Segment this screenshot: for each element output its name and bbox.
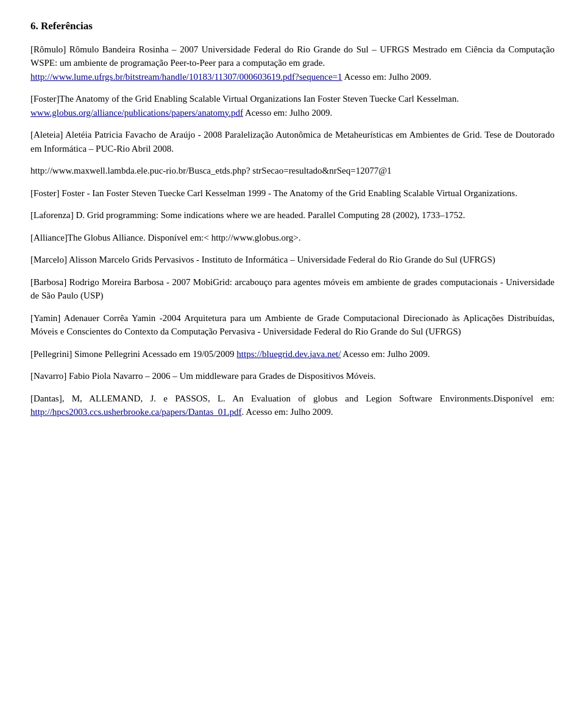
ref-pellegrini-link[interactable]: https://bluegrid.dev.java.net/ [236,349,341,359]
ref-marcelo-text: [Marcelo] Alisson Marcelo Grids Pervasiv… [30,255,495,264]
ref-alliance: [Alliance]The Globus Alliance. Disponíve… [30,231,555,245]
ref-pellegrini-before: [Pellegrini] Simone Pellegrini Acessado … [30,349,236,359]
ref-foster-anatomy-after: Acesso em: Julho 2009. [243,108,332,118]
ref-dantas: [Dantas], M, ALLEMAND, J. e PASSOS, L. A… [30,392,555,419]
ref-yamin: [Yamin] Adenauer Corrêa Yamin -2004 Arqu… [30,311,555,339]
ref-maxwell: http://www.maxwell.lambda.ele.puc-rio.br… [30,164,555,178]
ref-laforenza-text: [Laforenza] D. Grid programming: Some in… [30,210,465,220]
ref-foster-anatomy: [Foster]The Anatomy of the Grid Enabling… [30,92,555,119]
section-title: 6. Referências [30,18,555,34]
ref-dantas-after: . Acesso em: Julho 2009. [242,407,333,417]
ref-foster-anatomy-text: [Foster]The Anatomy of the Grid Enabling… [30,94,459,104]
ref-yamin-text: [Yamin] Adenauer Corrêa Yamin -2004 Arqu… [30,313,555,337]
ref-pellegrini: [Pellegrini] Simone Pellegrini Acessado … [30,347,555,361]
ref-maxwell-text: http://www.maxwell.lambda.ele.puc-rio.br… [30,166,392,175]
ref-foster-1999-text: [Foster] Foster - Ian Foster Steven Tuec… [30,188,517,198]
ref-romulo: [Rômulo] Rômulo Bandeira Rosinha – 2007 … [30,43,555,84]
ref-barbosa-text: [Barbosa] Rodrigo Moreira Barbosa - 2007… [30,277,555,301]
ref-navarro-text: [Navarro] Fabio Piola Navarro – 2006 – U… [30,371,376,381]
ref-romulo-after: Acesso em: Julho 2009. [342,72,431,82]
ref-pellegrini-after: Acesso em: Julho 2009. [341,349,430,359]
ref-alliance-text: [Alliance]The Globus Alliance. Disponíve… [30,233,301,242]
ref-navarro: [Navarro] Fabio Piola Navarro – 2006 – U… [30,369,555,383]
ref-barbosa: [Barbosa] Rodrigo Moreira Barbosa - 2007… [30,275,555,303]
ref-romulo-text: [Rômulo] Rômulo Bandeira Rosinha – 2007 … [30,44,555,68]
ref-aleteia-text: [Aleteia] Aletéia Patricia Favacho de Ar… [30,130,555,154]
ref-foster-anatomy-link[interactable]: www.globus.org/alliance/publications/pap… [30,108,243,118]
ref-aleteia: [Aleteia] Aletéia Patricia Favacho de Ar… [30,128,555,155]
ref-marcelo: [Marcelo] Alisson Marcelo Grids Pervasiv… [30,253,555,267]
ref-dantas-link[interactable]: http://hpcs2003.ccs.usherbrooke.ca/paper… [30,407,242,417]
ref-romulo-link[interactable]: http://www.lume.ufrgs.br/bitstream/handl… [30,72,342,82]
ref-foster-1999: [Foster] Foster - Ian Foster Steven Tuec… [30,186,555,200]
ref-dantas-before: [Dantas], M, ALLEMAND, J. e PASSOS, L. A… [30,394,555,403]
ref-laforenza: [Laforenza] D. Grid programming: Some in… [30,208,555,222]
